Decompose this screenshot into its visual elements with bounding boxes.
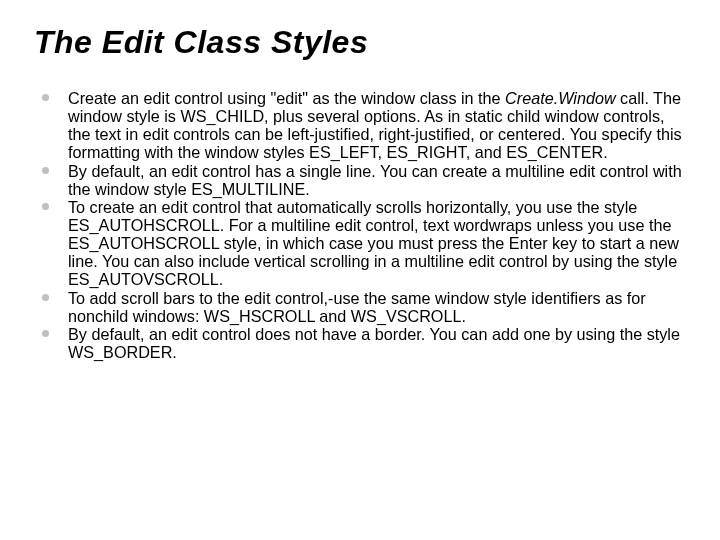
list-item: To create an edit control that automatic… [34, 198, 684, 289]
slide: The Edit Class Styles Create an edit con… [0, 0, 720, 540]
bullet-text: To add scroll bars to the edit control,-… [68, 289, 646, 325]
bullet-text: Create an edit control using "edit" as t… [68, 89, 505, 107]
bullet-list: Create an edit control using "edit" as t… [34, 89, 692, 361]
bullet-text: By default, an edit control has a single… [68, 162, 682, 198]
bullet-emphasis: Create.Window [505, 89, 616, 107]
bullet-text: By default, an edit control does not hav… [68, 325, 680, 361]
list-item: To add scroll bars to the edit control,-… [34, 289, 684, 325]
list-item: By default, an edit control has a single… [34, 162, 684, 198]
slide-title: The Edit Class Styles [34, 24, 692, 61]
bullet-text: To create an edit control that automatic… [68, 198, 679, 289]
list-item: Create an edit control using "edit" as t… [34, 89, 684, 162]
list-item: By default, an edit control does not hav… [34, 325, 684, 361]
